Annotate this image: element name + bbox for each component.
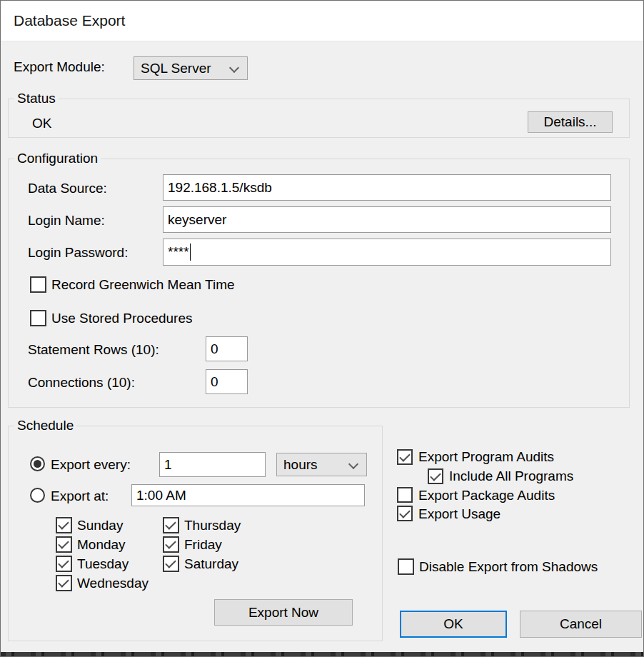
ok-button[interactable]: OK (400, 611, 507, 638)
export-at-radio[interactable] (30, 488, 45, 503)
day-tuesday-checkbox[interactable] (56, 556, 72, 572)
include-all-programs-label[interactable]: Include All Programs (449, 468, 573, 484)
details-button[interactable]: Details... (528, 111, 613, 133)
day-wednesday-label[interactable]: Wednesday (77, 576, 149, 591)
chevron-down-icon (229, 63, 239, 73)
export-at-label[interactable]: Export at: (51, 488, 109, 504)
connections-label: Connections (10): (28, 375, 135, 391)
login-password-input[interactable]: **** (163, 239, 611, 266)
record-gmt-label[interactable]: Record Greenwich Mean Time (51, 277, 235, 293)
status-legend: Status (14, 91, 59, 106)
data-source-label: Data Source: (28, 181, 107, 196)
connections-value: 0 (211, 374, 218, 390)
export-module-label: Export Module: (14, 59, 105, 75)
day-monday-checkbox[interactable] (56, 536, 72, 553)
data-source-input[interactable]: 192.168.1.5/ksdb (163, 174, 611, 201)
export-at-input[interactable]: 1:00 AM (131, 484, 365, 506)
export-every-input[interactable]: 1 (159, 452, 266, 477)
data-source-value: 192.168.1.5/ksdb (168, 180, 272, 196)
configuration-legend: Configuration (14, 151, 101, 166)
export-every-unit-dropdown[interactable]: hours (276, 453, 367, 476)
status-value: OK (32, 116, 51, 131)
day-sunday-label[interactable]: Sunday (77, 518, 123, 533)
day-wednesday-checkbox[interactable] (56, 575, 72, 591)
titlebar: Database Export (1, 1, 643, 41)
export-program-audits-checkbox[interactable] (397, 449, 413, 465)
login-name-label: Login Name: (28, 213, 105, 229)
day-friday-checkbox[interactable] (163, 536, 179, 553)
login-name-value: keyserver (168, 212, 226, 228)
day-tuesday-label[interactable]: Tuesday (77, 556, 129, 572)
day-thursday-checkbox[interactable] (163, 517, 179, 533)
day-saturday-checkbox[interactable] (163, 556, 179, 572)
statement-rows-label: Statement Rows (10): (28, 342, 159, 358)
login-password-label: Login Password: (28, 245, 128, 261)
export-usage-checkbox[interactable] (397, 506, 413, 521)
export-program-audits-label[interactable]: Export Program Audits (418, 449, 554, 465)
include-all-programs-checkbox[interactable] (428, 468, 443, 484)
login-password-value: **** (168, 244, 189, 260)
statement-rows-value: 0 (211, 341, 218, 357)
record-gmt-checkbox[interactable] (30, 276, 46, 293)
export-now-button[interactable]: Export Now (214, 599, 353, 626)
dialog-title: Database Export (14, 12, 125, 29)
background-window-strip (1, 652, 643, 656)
use-stored-procedures-label[interactable]: Use Stored Procedures (51, 311, 193, 326)
day-monday-label[interactable]: Monday (77, 537, 126, 553)
cancel-button[interactable]: Cancel (520, 611, 642, 638)
schedule-legend: Schedule (14, 418, 76, 433)
export-package-audits-label[interactable]: Export Package Audits (418, 488, 555, 503)
database-export-dialog: Database Export Export Module: SQL Serve… (0, 0, 644, 657)
statement-rows-input[interactable]: 0 (206, 336, 248, 361)
login-name-input[interactable]: keyserver (163, 206, 611, 233)
export-module-value: SQL Server (141, 61, 211, 76)
export-every-radio[interactable] (30, 456, 45, 471)
export-every-label[interactable]: Export every: (51, 457, 131, 473)
export-module-dropdown[interactable]: SQL Server (134, 56, 248, 80)
day-sunday-checkbox[interactable] (56, 517, 72, 533)
use-stored-procedures-checkbox[interactable] (30, 310, 46, 326)
export-at-value: 1:00 AM (136, 488, 186, 503)
day-friday-label[interactable]: Friday (184, 537, 222, 553)
export-package-audits-checkbox[interactable] (397, 487, 413, 503)
export-usage-label[interactable]: Export Usage (418, 506, 500, 522)
text-caret (190, 244, 191, 261)
day-thursday-label[interactable]: Thursday (184, 518, 241, 533)
disable-export-shadows-label[interactable]: Disable Export from Shadows (419, 559, 598, 575)
chevron-down-icon (348, 459, 358, 469)
export-every-value: 1 (164, 457, 172, 473)
day-saturday-label[interactable]: Saturday (184, 556, 238, 572)
disable-export-shadows-checkbox[interactable] (398, 558, 414, 575)
connections-input[interactable]: 0 (206, 369, 248, 394)
export-every-unit-value: hours (283, 457, 318, 473)
